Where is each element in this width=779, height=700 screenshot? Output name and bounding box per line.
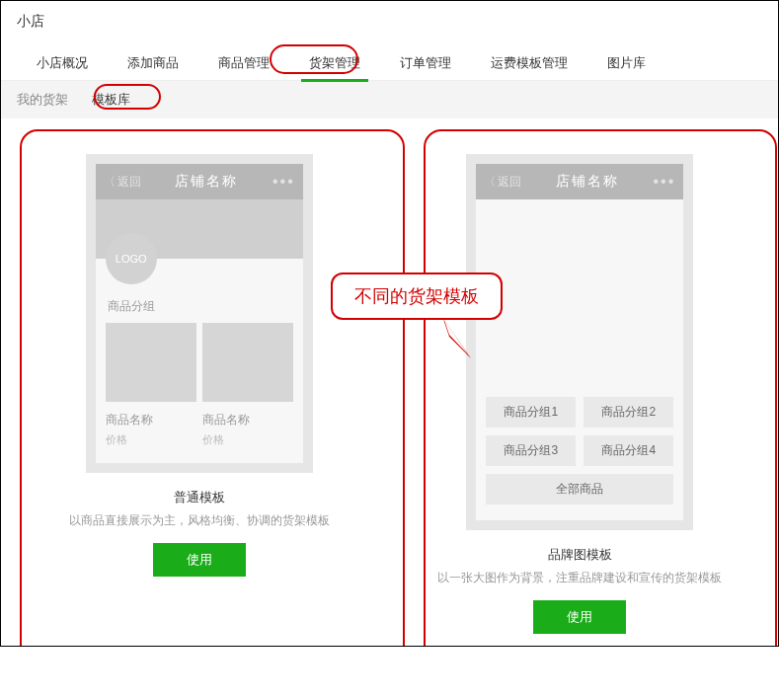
tab-order-manage[interactable]: 订单管理 [380, 46, 471, 80]
template-cards: 〈 返回 店铺名称 ••• LOGO 商品分组 [1, 118, 778, 646]
use-button[interactable]: 使用 [153, 543, 246, 577]
more-icon: ••• [653, 173, 675, 191]
main-tabs: 小店概况 添加商品 商品管理 货架管理 订单管理 运费模板管理 图片库 [1, 39, 778, 80]
phone-preview-brand: 〈 返回 店铺名称 ••• 商品分组1 商品分组2 商品分组3 [466, 154, 693, 530]
product-name: 商品名称 [202, 412, 293, 428]
group-label: 商品分组 [96, 284, 303, 323]
group-buttons: 商品分组1 商品分组2 商品分组3 商品分组4 全部商品 [476, 397, 683, 505]
product-labels: 商品名称 价格 商品名称 价格 [96, 402, 303, 447]
tab-add-product[interactable]: 添加商品 [108, 46, 198, 80]
shop-name: 店铺名称 [521, 173, 653, 191]
template-desc: 以一张大图作为背景，注重品牌建设和宣传的货架模板 [437, 570, 722, 586]
tab-product-manage[interactable]: 商品管理 [198, 46, 289, 80]
group-button: 商品分组3 [486, 435, 576, 466]
product-image-placeholder [106, 323, 196, 402]
chevron-left-icon: 〈 [484, 174, 496, 191]
tab-overview[interactable]: 小店概况 [17, 46, 108, 80]
back-label: 返回 [117, 174, 141, 191]
shop-name: 店铺名称 [141, 173, 273, 191]
back-label: 返回 [498, 174, 521, 191]
template-card-brand: 〈 返回 店铺名称 ••• 商品分组1 商品分组2 商品分组3 [402, 142, 759, 634]
product-price: 价格 [106, 432, 196, 447]
phone-header: 〈 返回 店铺名称 ••• [96, 164, 303, 199]
group-button: 商品分组4 [584, 435, 673, 466]
product-name: 商品名称 [106, 412, 196, 428]
sub-tabs: 我的货架 模板库 [1, 80, 778, 118]
template-card-normal: 〈 返回 店铺名称 ••• LOGO 商品分组 [21, 142, 378, 634]
template-desc: 以商品直接展示为主，风格均衡、协调的货架模板 [69, 512, 330, 529]
phone-header: 〈 返回 店铺名称 ••• [476, 164, 683, 199]
chevron-left-icon: 〈 [104, 174, 116, 191]
back-button: 〈 返回 [104, 174, 141, 191]
product-grid [96, 323, 303, 402]
group-button: 商品分组2 [584, 397, 673, 428]
tab-freight-template[interactable]: 运费模板管理 [471, 46, 587, 80]
subtab-my-shelves[interactable]: 我的货架 [17, 91, 68, 109]
product-image-placeholder [202, 323, 293, 402]
template-title: 普通模板 [174, 489, 225, 506]
subtab-template-lib[interactable]: 模板库 [92, 91, 130, 109]
tab-image-lib[interactable]: 图片库 [587, 46, 665, 80]
product-price: 价格 [202, 432, 293, 447]
logo-placeholder: LOGO [106, 233, 157, 284]
template-title: 品牌图模板 [548, 546, 612, 564]
group-button: 商品分组1 [486, 397, 576, 428]
phone-preview-normal: 〈 返回 店铺名称 ••• LOGO 商品分组 [86, 154, 313, 473]
tab-shelf-manage[interactable]: 货架管理 [289, 46, 380, 80]
big-image-placeholder [476, 199, 683, 397]
all-products-button: 全部商品 [486, 474, 673, 505]
more-icon: ••• [273, 173, 295, 191]
page-title: 小店 [1, 1, 778, 39]
back-button: 〈 返回 [484, 174, 521, 191]
use-button[interactable]: 使用 [533, 600, 626, 634]
